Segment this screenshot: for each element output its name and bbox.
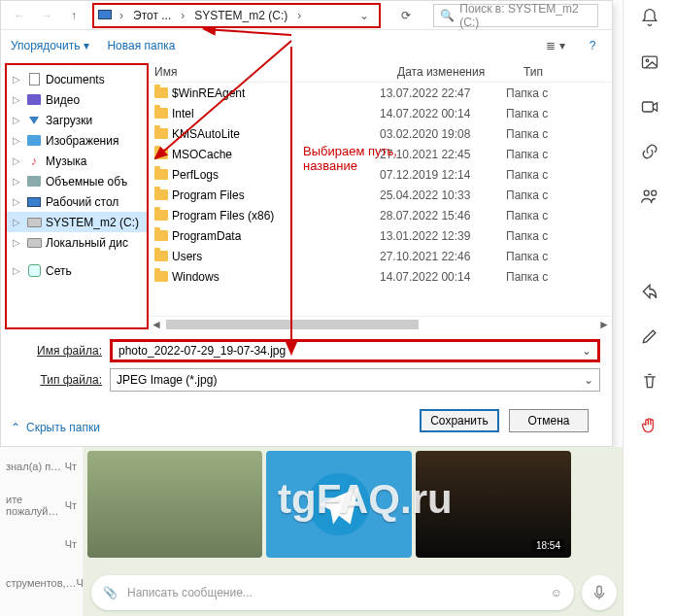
organize-button[interactable]: Упорядочить ▾: [11, 39, 89, 52]
caret-icon[interactable]: ▷: [13, 237, 22, 248]
file-name: KMSAutoLite: [172, 127, 240, 141]
svg-rect-9: [597, 586, 602, 595]
share-icon[interactable]: [638, 280, 661, 303]
chat-preview: струментов,…: [6, 577, 77, 589]
chat-list-item[interactable]: Чт: [0, 525, 83, 564]
file-row[interactable]: $WinREAgent13.07.2022 22:47Папка с: [149, 83, 612, 103]
hand-icon[interactable]: [638, 414, 661, 437]
search-input[interactable]: 🔍 Поиск в: SYSTEM_m2 (C:): [433, 4, 598, 27]
file-pane: Имя Дата изменения Тип $WinREAgent13.07.…: [149, 61, 612, 331]
scroll-right-icon[interactable]: ►: [596, 318, 612, 331]
col-date[interactable]: Дата изменения: [397, 65, 523, 79]
people-icon[interactable]: [638, 185, 661, 208]
caret-icon[interactable]: ▷: [13, 74, 22, 85]
scroll-left-icon[interactable]: ◄: [149, 318, 164, 331]
file-row[interactable]: Program Files (x86)28.07.2022 15:46Папка…: [149, 205, 612, 225]
chevron-down-icon[interactable]: ⌄: [584, 373, 593, 387]
tree-node[interactable]: ▷Изображения: [7, 130, 147, 151]
tree-node[interactable]: ▷SYSTEM_m2 (C:): [7, 212, 147, 232]
emoji-icon[interactable]: ☺: [551, 586, 562, 599]
chat-list-item[interactable]: знал(а) п…Чт: [0, 447, 83, 486]
link-icon[interactable]: [638, 140, 661, 163]
filetype-select[interactable]: JPEG Image (*.jpg) ⌄: [110, 368, 600, 392]
attach-icon[interactable]: 📎: [103, 586, 118, 599]
refresh-button[interactable]: ⟳: [392, 9, 420, 22]
search-icon: 🔍: [440, 9, 455, 22]
breadcrumb-sep: ›: [179, 9, 186, 22]
addr-dropdown-icon[interactable]: ⌄: [354, 5, 375, 26]
file-row[interactable]: PerfLogs07.12.2019 12:14Папка с: [149, 164, 612, 185]
breadcrumb-current[interactable]: SYSTEM_m2 (C:): [192, 9, 289, 22]
caret-icon[interactable]: ▷: [13, 135, 22, 146]
tree-node[interactable]: ▷♪Музыка: [7, 151, 147, 171]
new-folder-button[interactable]: Новая папка: [107, 39, 175, 52]
cancel-button[interactable]: Отмена: [509, 409, 589, 432]
caret-icon[interactable]: ▷: [13, 155, 22, 166]
node-icon: [26, 92, 42, 108]
chevron-up-icon: ⌃: [11, 421, 20, 434]
file-row[interactable]: Windows14.07.2022 00:14Папка с: [149, 266, 612, 287]
file-name: PerfLogs: [172, 168, 219, 182]
chevron-down-icon[interactable]: ⌄: [582, 344, 591, 358]
nav-back-button[interactable]: ←: [9, 5, 30, 26]
tree-node[interactable]: ▷Загрузки: [7, 110, 147, 130]
tree-node[interactable]: ▷Documents: [7, 69, 147, 89]
svg-point-1: [646, 59, 649, 62]
chat-list: знал(а) п…Чтите пожалуй…ЧтЧтструментов,……: [0, 447, 84, 616]
save-button[interactable]: Сохранить: [420, 409, 499, 432]
hide-folders-toggle[interactable]: ⌃ Скрыть папки: [11, 421, 100, 434]
tree-node[interactable]: ▷Рабочий стол: [7, 191, 147, 212]
tree-node[interactable]: ▷Видео: [7, 89, 147, 110]
help-button[interactable]: ?: [583, 39, 602, 52]
bell-icon[interactable]: [638, 6, 661, 29]
file-date: 13.07.2022 22:47: [380, 86, 506, 100]
right-rail: [623, 0, 675, 616]
caret-icon[interactable]: ▷: [13, 176, 22, 187]
dialog-titlebar: ← → ↑ › Этот ... › SYSTEM_m2 (C:) › ⌄ ⟳ …: [1, 1, 612, 30]
tree-node[interactable]: ▷Локальный дис: [7, 232, 147, 253]
chat-time: Чт: [65, 499, 77, 511]
edit-icon[interactable]: [638, 325, 661, 348]
caret-icon[interactable]: ▷: [13, 94, 22, 105]
trash-icon[interactable]: [638, 369, 661, 393]
file-row[interactable]: ProgramData13.01.2022 12:39Папка с: [149, 225, 612, 246]
mic-button[interactable]: [582, 575, 617, 610]
camera-icon[interactable]: [638, 95, 661, 119]
node-icon: [26, 113, 42, 128]
breadcrumb-root[interactable]: Этот ...: [131, 9, 173, 22]
file-name: Program Files (x86): [172, 209, 274, 222]
photo-thumb[interactable]: [87, 451, 262, 558]
view-mode-button[interactable]: ≣ ▾: [546, 39, 565, 52]
file-name: Windows: [172, 270, 219, 284]
caret-icon[interactable]: ▷: [13, 217, 22, 227]
watermark-text: tgFAQ.ru: [278, 476, 453, 523]
column-headers[interactable]: Имя Дата изменения Тип: [149, 61, 612, 83]
file-type: Папка с: [506, 270, 612, 284]
tree-node[interactable]: ▷Объемные объ: [7, 171, 147, 191]
chat-list-item[interactable]: ите пожалуй…Чт: [0, 486, 83, 525]
address-bar[interactable]: › Этот ... › SYSTEM_m2 (C:) › ⌄: [92, 3, 381, 28]
col-name[interactable]: Имя: [154, 65, 397, 79]
chat-list-item[interactable]: струментов,…Чт: [0, 564, 83, 602]
caret-icon[interactable]: ▷: [13, 115, 22, 125]
file-row[interactable]: MSOCache27.10.2021 22:45Папка с: [149, 144, 612, 164]
caret-icon[interactable]: ▷: [13, 265, 22, 276]
file-date: 03.02.2020 19:08: [380, 127, 506, 141]
gallery-icon[interactable]: [638, 51, 661, 74]
file-row[interactable]: Program Files25.04.2022 10:33Папка с: [149, 185, 612, 205]
nav-up-button[interactable]: ↑: [63, 5, 84, 26]
file-row[interactable]: KMSAutoLite03.02.2020 19:08Папка с: [149, 123, 612, 144]
h-scrollbar[interactable]: ◄ ►: [149, 316, 612, 331]
file-row[interactable]: Users27.10.2021 22:46Папка с: [149, 246, 612, 266]
nav-fwd-button[interactable]: →: [36, 5, 57, 26]
node-label: Локальный дис: [46, 236, 128, 250]
scroll-thumb[interactable]: [166, 320, 419, 329]
col-type[interactable]: Тип: [523, 65, 612, 79]
compose-input[interactable]: 📎 Написать сообщение... ☺: [91, 575, 574, 610]
node-label: Сеть: [46, 264, 72, 278]
node-icon: [26, 133, 42, 149]
file-row[interactable]: Intel14.07.2022 00:14Папка с: [149, 103, 612, 123]
caret-icon[interactable]: ▷: [13, 196, 22, 207]
tree-node-network[interactable]: ▷Сеть: [7, 260, 147, 281]
filename-input[interactable]: photo_2022-07-29_19-07-34.jpg ⌄: [110, 339, 600, 362]
